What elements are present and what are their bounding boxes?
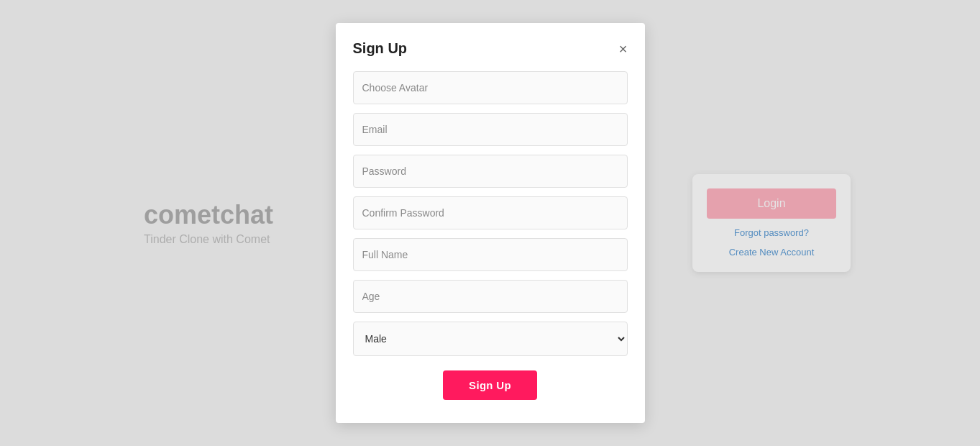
signup-modal: Sign Up × Male Female Other Sign Up	[336, 23, 645, 423]
age-input[interactable]	[353, 280, 628, 313]
signup-button[interactable]: Sign Up	[443, 370, 537, 400]
email-input[interactable]	[353, 113, 628, 146]
password-input[interactable]	[353, 155, 628, 188]
gender-select[interactable]: Male Female Other	[353, 322, 628, 356]
modal-body: Male Female Other Sign Up	[353, 71, 628, 400]
avatar-input[interactable]	[353, 71, 628, 104]
confirm-password-input[interactable]	[353, 196, 628, 229]
modal-title: Sign Up	[353, 40, 408, 57]
modal-header: Sign Up ×	[353, 40, 628, 57]
full-name-input[interactable]	[353, 238, 628, 271]
close-button[interactable]: ×	[619, 42, 628, 56]
